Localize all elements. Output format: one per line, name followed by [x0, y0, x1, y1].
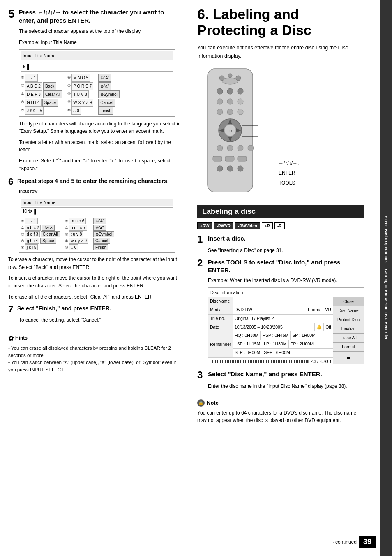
step1-body: See "Inserting a Disc" on page 31.: [208, 247, 364, 254]
side-btn-eraseall[interactable]: Erase All: [333, 334, 364, 343]
tools-annotation: TOOLS: [268, 180, 299, 186]
input-row-label: Input row: [19, 189, 181, 194]
step5-para2: The type of characters will change accor…: [19, 120, 181, 135]
kb-mid-col: ⑥M N O 5 ⑦P Q R S 7 ⑧T U V 8 ⑨W X Y Z 9 …: [67, 74, 93, 115]
hints-box: ✿ Hints You can erase all displayed char…: [8, 331, 181, 374]
svg-point-11: [217, 109, 223, 115]
svg-point-9: [227, 99, 233, 104]
input-title-box1: Input Title Name κ▐ ①. . - 1 ②A B C 2Bac…: [19, 49, 175, 117]
step1-title: Insert a disc.: [208, 234, 246, 243]
step5-example-label: Example: Input Title Name: [19, 39, 181, 46]
remainder-label: Remainder: [208, 331, 233, 357]
remote-annotations: ←/↑/↓/→, ENTER TOOLS: [268, 67, 299, 198]
rem-r3c1: SLP : 3H00M: [233, 349, 262, 357]
side-btn-protect[interactable]: Protect Disc: [333, 315, 364, 324]
rem-r2c1: LSP : 1H15M: [233, 340, 262, 348]
input-title-bar1: Input Title Name: [21, 51, 173, 60]
svg-point-8: [217, 99, 223, 104]
media-row: Media DVD-RW Format VR: [208, 306, 333, 315]
step6-para4: To erase a character, move the cursor to…: [8, 256, 181, 271]
chapter-intro: You can execute options effective for th…: [197, 44, 364, 60]
right-column: 6. Labeling and Protecting a Disc You ca…: [189, 0, 380, 556]
titleno-label: Title no.: [208, 315, 233, 323]
step7: 7 Select "Finish," and press ENTER. To c…: [8, 305, 181, 324]
svg-point-10: [238, 99, 243, 104]
discname-value: [233, 297, 333, 306]
svg-point-28: [217, 166, 223, 171]
step6-heading: 6 Repeat steps 4 and 5 to enter the rema…: [8, 177, 181, 186]
svg-point-23: [238, 145, 243, 151]
discname-label: DiscName: [208, 297, 233, 306]
svg-rect-26: [225, 156, 234, 161]
step5-number: 5: [8, 8, 16, 20]
input-title-bar2: Input Title Name: [21, 199, 173, 206]
note-title: 🔒 Note: [197, 399, 364, 407]
arrow-annotation: ←/↑/↓/→,: [268, 160, 299, 166]
step7-body: To cancel the setting, select "Cancel.": [19, 316, 181, 324]
date-row: Date 10/13/2005 – 10/28/2005 🔔 Off: [208, 323, 333, 332]
continued-text: →continued: [330, 539, 357, 545]
remainder-row1: Remainder HQ : 0H30M HSP : 0H45M SP : 1H…: [208, 331, 333, 357]
step1-number: 1: [197, 234, 205, 244]
step3: 3 Select "Disc Name," and press ENTER. E…: [197, 370, 364, 390]
svg-point-24: [248, 145, 254, 151]
progress-value: 2.3 / 4.7GB: [310, 359, 331, 365]
format-label: Format: [306, 306, 323, 314]
svg-point-3: [228, 74, 232, 78]
step5-para4: Example: Select "`" and then "a" to ente…: [19, 157, 181, 172]
badge-rwvideo: -RWVideo: [235, 222, 260, 229]
rem-r3c3: [292, 349, 295, 357]
disc-side-buttons: Close Disc Name Protect Disc Finalize Er…: [333, 297, 364, 365]
svg-point-5: [217, 88, 223, 94]
kb2-left-col: ①. . - 1 ②a b c 2Back ③d e f 3Clear All …: [21, 218, 60, 250]
media-value: DVD-RW: [233, 306, 306, 314]
svg-text:OK: OK: [228, 129, 233, 133]
format-value: VR: [323, 306, 333, 314]
date-icon: 🔔: [315, 323, 324, 331]
format-badges: +RW -RWVR -RWVideo +R -R: [197, 222, 364, 229]
step5-body: The selected character appears at the to…: [19, 28, 181, 172]
step2-title: Press TOOLS to select "Disc Info," and p…: [208, 258, 364, 274]
step3-heading: 3 Select "Disc Name," and press ENTER.: [197, 370, 364, 380]
remote-svg: OK: [197, 67, 263, 198]
step6: 6 Repeat steps 4 and 5 to enter the rema…: [8, 177, 181, 301]
kb2-right-col: ⊕"A" ⊕"a" ⊕Symbol Cancel Finish: [93, 218, 114, 250]
svg-point-6: [227, 88, 233, 94]
page-number-area: →continued 39: [330, 536, 376, 548]
svg-rect-27: [238, 156, 247, 161]
date-extra: Off: [324, 323, 333, 331]
input-display2: Kids▐: [21, 207, 173, 215]
badge-rwvr: -RWVR: [214, 222, 233, 229]
rem-r1c1: HQ : 0H30M: [233, 331, 261, 340]
progress-row: 2.3 / 4.7GB: [208, 358, 333, 366]
badge-r-plus: +R: [262, 222, 273, 229]
date-label: Date: [208, 323, 233, 331]
kb-left-col: ①. . - 1 ②A B C 2Back ③D E F 3Clear All …: [21, 74, 62, 115]
date-value: 10/13/2005 – 10/28/2005: [233, 323, 315, 331]
input-title-box2: Input Title Name Kids▐ ①. . - 1 ②a b c 2…: [19, 197, 175, 253]
page-number: 39: [359, 536, 376, 548]
step3-number: 3: [197, 370, 205, 380]
note-text: You can enter up to 64 characters for a …: [197, 409, 364, 424]
badge-rw-plus: +RW: [197, 222, 212, 229]
side-btn-discname[interactable]: Disc Name: [333, 306, 364, 315]
step5-para3: To enter a letter with an accent mark, s…: [19, 139, 181, 154]
svg-point-13: [238, 109, 243, 115]
step2-heading: 2 Press TOOLS to select "Disc Info," and…: [197, 258, 364, 274]
hints-title: ✿ Hints: [8, 334, 181, 342]
step1-heading: 1 Insert a disc.: [197, 234, 364, 244]
rem-r3c2: SEP : 6H00M: [262, 349, 292, 357]
step6-para5: To insert a character, move the cursor t…: [8, 274, 181, 290]
side-btn-close[interactable]: Close: [333, 297, 364, 306]
note-icon: 🔒: [197, 399, 205, 407]
chapter-title: 6. Labeling and Protecting a Disc: [197, 6, 364, 38]
rem-r1c3: SP : 1H00M: [291, 331, 317, 340]
side-btn-finalize[interactable]: Finalize: [333, 324, 364, 334]
side-btn-format[interactable]: Format: [333, 343, 364, 352]
svg-point-21: [217, 145, 223, 151]
step5-title: Press ←/↑/↓/→ to select the character yo…: [19, 8, 181, 24]
disc-info-title: Disc Information: [208, 288, 364, 298]
step2: 2 Press TOOLS to select "Disc Info," and…: [197, 258, 364, 366]
remote-area: OK ←: [197, 67, 364, 198]
titleno-row: Title no. Original 3 / Playlist 2: [208, 315, 333, 323]
